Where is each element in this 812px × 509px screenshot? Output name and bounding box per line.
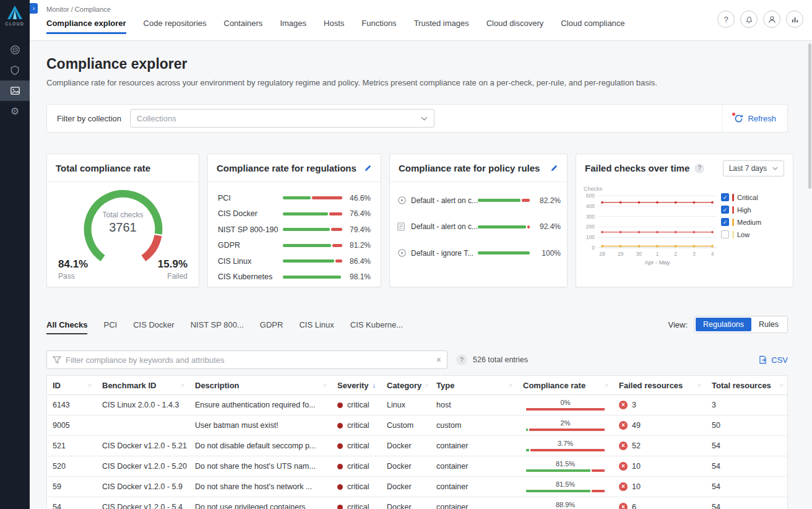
chart-help-icon[interactable]: ? bbox=[694, 163, 704, 173]
cell-severity: critical bbox=[332, 401, 381, 409]
table-row[interactable]: 59CIS Docker v1.2.0 - 5.9Do not share th… bbox=[47, 477, 787, 497]
checks-tab-cis-kuberne[interactable]: CIS Kuberne... bbox=[350, 320, 403, 334]
regulation-bar bbox=[283, 259, 342, 263]
checks-tab-all-checks[interactable]: All Checks bbox=[46, 320, 87, 334]
sidebar-item-monitor[interactable] bbox=[0, 80, 30, 101]
column-header-total-resources[interactable]: Total resources↓↑ bbox=[706, 381, 788, 390]
svg-text:0: 0 bbox=[592, 245, 595, 251]
stats-icon[interactable] bbox=[786, 11, 803, 28]
refresh-label: Refresh bbox=[748, 114, 776, 123]
legend-checkbox: ✓ bbox=[721, 206, 729, 214]
column-header-description[interactable]: Description↓↑ bbox=[189, 381, 332, 390]
column-header-compliance-rate[interactable]: Compliance rate↓↑ bbox=[517, 381, 613, 390]
tab-images[interactable]: Images bbox=[280, 19, 306, 34]
rate-percent: 81.5% bbox=[526, 481, 605, 488]
severity-label: critical bbox=[347, 462, 369, 471]
column-header-id[interactable]: ID↓↑ bbox=[47, 381, 97, 390]
regulation-rate: 76.4% bbox=[342, 209, 371, 218]
legend-item-high[interactable]: ✓High bbox=[721, 206, 772, 214]
cell-value: 50 bbox=[712, 421, 720, 430]
tab-functions[interactable]: Functions bbox=[361, 19, 396, 34]
legend-item-low[interactable]: Low bbox=[721, 230, 772, 238]
entries-help-icon[interactable]: ? bbox=[456, 354, 467, 365]
time-range-select[interactable]: Last 7 days bbox=[723, 160, 784, 176]
sidebar-expand-button[interactable]: › bbox=[30, 3, 38, 14]
failed-checks-chart-area: 0100200300400500Checks2829301234Apr - Ma… bbox=[576, 182, 793, 287]
app-logo: CLOUD bbox=[6, 5, 25, 26]
cell-description: Do not share the host's network ... bbox=[189, 482, 332, 491]
severity-label: critical bbox=[347, 401, 369, 409]
rate-percent: 3.7% bbox=[526, 440, 605, 447]
table-row[interactable]: 9005User batman must exist!criticalCusto… bbox=[47, 415, 787, 436]
edit-regulations-button[interactable] bbox=[364, 164, 372, 172]
column-header-benchmark-id[interactable]: Benchmark ID↓↑ bbox=[97, 381, 189, 390]
view-option-regulations[interactable]: Regulations bbox=[696, 318, 751, 331]
page-content: Compliance explorer Compliance rate for … bbox=[30, 56, 812, 509]
legend-label: Medium bbox=[737, 219, 761, 226]
csv-export-button[interactable]: CSV bbox=[759, 355, 788, 365]
checks-tab-gdpr[interactable]: GDPR bbox=[260, 320, 283, 334]
table-row[interactable]: 6143CIS Linux 2.0.0 - 1.4.3Ensure authen… bbox=[47, 395, 787, 415]
column-label: Benchmark ID bbox=[102, 381, 156, 390]
cell-value: CIS Docker v1.2.0 - 5.20 bbox=[102, 462, 187, 471]
tab-hosts[interactable]: Hosts bbox=[324, 19, 344, 34]
cell-total-resources: 3 bbox=[706, 401, 788, 409]
defend-shield-icon bbox=[10, 65, 20, 76]
column-header-failed-resources[interactable]: Failed resources↓↑ bbox=[613, 381, 706, 390]
rate-bar bbox=[526, 408, 605, 411]
bar-fail-segment bbox=[331, 228, 342, 231]
column-header-category[interactable]: Category↓↑ bbox=[381, 381, 431, 390]
checks-tab-cis-linux[interactable]: CIS Linux bbox=[299, 320, 334, 334]
cell-compliance-rate: 2% bbox=[517, 420, 613, 431]
sidebar-item-radars[interactable] bbox=[0, 40, 30, 60]
regulation-row: NIST SP 800-19079.4% bbox=[218, 222, 371, 238]
collections-select[interactable] bbox=[130, 109, 434, 128]
scrollbar[interactable] bbox=[808, 43, 811, 189]
breadcrumb[interactable]: Monitor / Compliance bbox=[46, 6, 812, 13]
bar-fail-segment bbox=[335, 259, 342, 263]
legend-item-medium[interactable]: ✓Medium bbox=[721, 218, 772, 226]
cell-type: container bbox=[431, 462, 517, 471]
view-toggle-wrap: View: RegulationsRules bbox=[668, 316, 788, 334]
cell-id: 9005 bbox=[47, 421, 97, 430]
rate-bar bbox=[526, 469, 605, 472]
sidebar-item-manage[interactable]: ⚙ bbox=[0, 101, 30, 121]
column-header-type[interactable]: Type↓↑ bbox=[431, 381, 517, 390]
checks-tab-nist-sp-800[interactable]: NIST SP 800... bbox=[191, 320, 244, 334]
cell-value: 54 bbox=[53, 503, 61, 509]
cell-severity: critical bbox=[332, 462, 381, 471]
tab-compliance-explorer[interactable]: Compliance explorer bbox=[46, 19, 126, 34]
collections-input[interactable] bbox=[137, 114, 421, 123]
checks-tab-cis-docker[interactable]: CIS Docker bbox=[133, 320, 174, 334]
table-row[interactable]: 520CIS Docker v1.2.0 - 5.20Do not share … bbox=[47, 456, 787, 477]
edit-policy-rules-button[interactable] bbox=[550, 164, 558, 172]
clear-filter-icon[interactable]: × bbox=[436, 355, 441, 364]
view-option-rules[interactable]: Rules bbox=[751, 318, 786, 331]
checks-tab-pci[interactable]: PCI bbox=[103, 320, 117, 334]
tab-code-repositories[interactable]: Code repositories bbox=[144, 19, 207, 34]
tab-cloud-compliance[interactable]: Cloud compliance bbox=[561, 19, 624, 34]
help-icon[interactable]: ? bbox=[717, 11, 735, 28]
table-row[interactable]: 54CIS Docker v1.2.0 - 5.4Do not use priv… bbox=[47, 497, 787, 509]
notifications-icon[interactable] bbox=[740, 11, 758, 28]
tab-containers[interactable]: Containers bbox=[224, 19, 263, 34]
policy-rule-bar bbox=[478, 225, 530, 228]
refresh-button[interactable]: Refresh bbox=[734, 114, 776, 123]
user-icon[interactable] bbox=[763, 11, 780, 28]
table-row[interactable]: 521CIS Docker v1.2.0 - 5.21Do not disabl… bbox=[47, 436, 787, 456]
cell-failed-resources: ×6 bbox=[613, 503, 706, 509]
keyword-filter[interactable]: × bbox=[46, 350, 447, 369]
tab-cloud-discovery[interactable]: Cloud discovery bbox=[486, 19, 544, 34]
keyword-filter-input[interactable] bbox=[66, 355, 432, 365]
legend-item-critical[interactable]: ✓Critical bbox=[721, 193, 772, 201]
regulations-list: PCI46.6%CIS Docker76.4%NIST SP 800-19079… bbox=[208, 182, 381, 285]
notification-dot bbox=[732, 112, 736, 116]
legend-swatch bbox=[732, 231, 734, 238]
column-header-severity[interactable]: Severity↓ bbox=[332, 381, 381, 390]
topbar-icons: ? bbox=[717, 11, 803, 28]
fail-stat: 15.9% Failed bbox=[158, 258, 188, 281]
sidebar-item-defend[interactable] bbox=[0, 60, 30, 80]
cell-total-resources: 50 bbox=[706, 421, 788, 430]
tab-trusted-images[interactable]: Trusted images bbox=[414, 19, 469, 34]
topbar: Monitor / Compliance Compliance explorer… bbox=[30, 0, 812, 41]
